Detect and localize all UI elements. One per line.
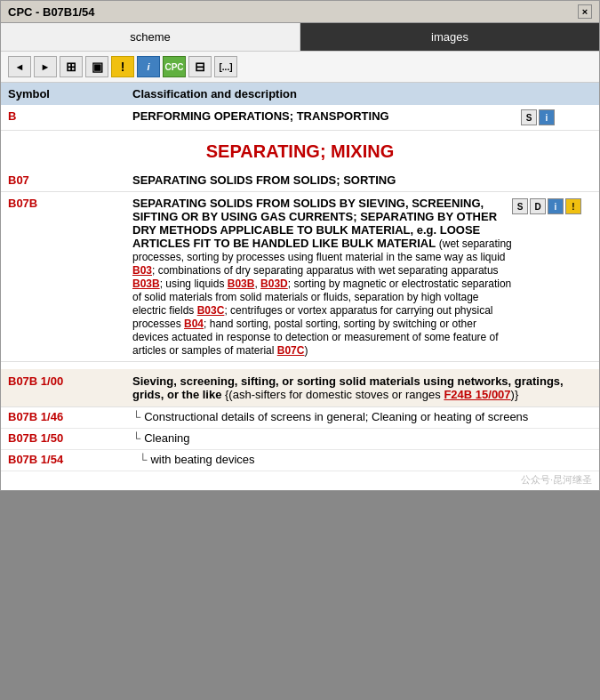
desc-b07b-1-54: └ with beating devices <box>132 453 592 468</box>
table-row: B07B SEPARATING SOLIDS FROM SOLIDS BY SI… <box>1 192 599 362</box>
section-title: SEPARATING; MIXING <box>1 131 599 169</box>
square-button[interactable]: ▣ <box>85 56 108 77</box>
icon-row-b: S i <box>521 109 592 125</box>
title-bar: CPC - B07B1/54 × <box>1 1 599 23</box>
tab-scheme[interactable]: scheme <box>1 23 300 51</box>
col-symbol-header: Symbol <box>8 87 132 101</box>
symbol-b07b-1-46: B07B 1/46 <box>8 410 132 423</box>
cpc-button[interactable]: CPC <box>163 56 186 77</box>
tab-bar: scheme images <box>1 23 599 52</box>
symbol-b07b: B07B <box>8 197 132 210</box>
desc-b07: SEPARATING SOLIDS FROM SOLIDS; SORTING <box>132 173 592 187</box>
desc-b07b-1-50: └ Cleaning <box>132 431 592 447</box>
watermark: 公众号·昆河继圣 <box>1 471 599 490</box>
link-b04[interactable]: B04 <box>184 318 204 330</box>
icon-row-b07b: S D i ! <box>512 198 592 214</box>
table-row: B07B 1/54 └ with beating devices <box>1 450 599 471</box>
link-b03d[interactable]: B03D <box>260 278 288 290</box>
table-row: B PERFORMING OPERATIONS; TRANSPORTING S … <box>1 105 599 131</box>
link-b03[interactable]: B03 <box>132 264 152 277</box>
watermark-text: 公众号·昆河继圣 <box>521 474 592 485</box>
grid-button[interactable]: ⊞ <box>60 56 83 77</box>
link-b03b2[interactable]: B03B <box>228 278 255 290</box>
desc-b07b-1-00: Sieving, screening, sifting, or sorting … <box>132 374 592 401</box>
symbol-b07b-1-50: B07B 1/50 <box>8 431 132 445</box>
icon-i-b[interactable]: i <box>539 109 555 125</box>
section-title-text: SEPARATING; MIXING <box>206 141 394 161</box>
symbol-b07b-1-00: B07B 1/00 <box>8 374 132 388</box>
close-button[interactable]: × <box>578 4 592 19</box>
desc-b07b-1-46: └ Constructional details of screens in g… <box>132 410 592 425</box>
table-row: B07 SEPARATING SOLIDS FROM SOLIDS; SORTI… <box>1 169 599 192</box>
desc-b07b: SEPARATING SOLIDS FROM SOLIDS BY SIEVING… <box>132 197 512 357</box>
table-button[interactable]: ⊟ <box>188 56 212 77</box>
icon-warn-b07b[interactable]: ! <box>565 198 581 214</box>
nav-fwd-button[interactable]: ► <box>34 56 57 77</box>
link-b03b1[interactable]: B03B <box>132 278 160 290</box>
symbol-b07b-1-54: B07B 1/54 <box>8 453 132 466</box>
icon-i-b07b[interactable]: i <box>548 198 564 214</box>
symbol-b: B <box>8 109 132 123</box>
col-desc-header: Classification and description <box>132 87 592 101</box>
icon-s-b[interactable]: S <box>521 109 537 125</box>
toolbar: ◄ ► ⊞ ▣ ! i CPC ⊟ [...] <box>1 52 599 83</box>
spacer <box>1 362 599 369</box>
table-row: B07B 1/50 └ Cleaning <box>1 429 599 450</box>
icon-s-b07b[interactable]: S <box>512 198 528 214</box>
info-button[interactable]: i <box>137 56 160 77</box>
tab-images[interactable]: images <box>300 23 599 51</box>
link-f24b[interactable]: F24B 15/007 <box>444 388 510 401</box>
icon-d-b07b[interactable]: D <box>530 198 546 214</box>
table-row: B07B 1/00 Sieving, screening, sifting, o… <box>1 369 599 407</box>
window-title: CPC - B07B1/54 <box>8 5 95 19</box>
main-window: CPC - B07B1/54 × scheme images ◄ ► ⊞ ▣ !… <box>0 0 600 491</box>
warning-button[interactable]: ! <box>111 56 134 77</box>
desc-b: PERFORMING OPERATIONS; TRANSPORTING <box>132 109 521 123</box>
link-b07c[interactable]: B07C <box>277 344 305 357</box>
bracket-button[interactable]: [...] <box>214 56 237 77</box>
nav-back-button[interactable]: ◄ <box>8 56 31 77</box>
table-header: Symbol Classification and description <box>1 83 599 105</box>
table-row: B07B 1/46 └ Constructional details of sc… <box>1 407 599 429</box>
symbol-b07: B07 <box>8 173 132 187</box>
link-b03c[interactable]: B03C <box>197 304 225 317</box>
